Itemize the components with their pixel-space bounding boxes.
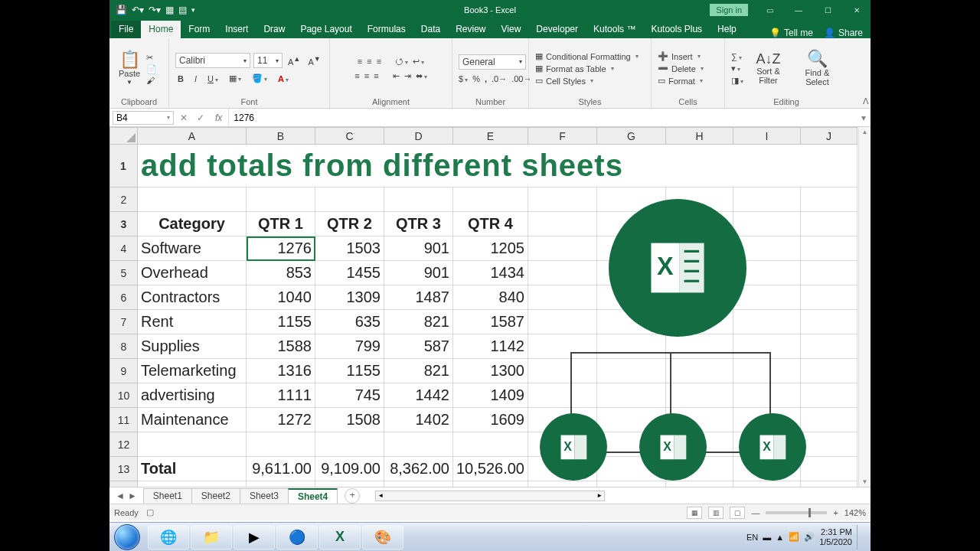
worksheet-grid[interactable]: ABCDEFGHIJ1add totals from different she… [109,127,871,487]
cell[interactable] [733,236,800,261]
italic-button[interactable]: I [192,73,199,84]
cell[interactable] [733,432,800,457]
expand-formula-bar-icon[interactable]: ▾ [857,112,871,123]
cell[interactable]: 821 [384,310,453,334]
cell[interactable]: 1434 [453,261,528,285]
cell[interactable] [528,236,596,261]
cell[interactable] [453,432,528,457]
column-header[interactable]: B [247,128,315,145]
cell[interactable]: 1508 [315,408,384,432]
insert-cells-button[interactable]: ➕Insert [658,51,701,61]
column-header[interactable]: D [384,128,453,145]
cell[interactable] [665,285,733,310]
cut-icon[interactable]: ✂ [146,53,157,63]
qat-more-icon[interactable]: ▾ [191,6,195,14]
format-as-table-button[interactable]: ▦Format as Table [535,64,614,73]
cell[interactable]: add totals from different sheets [138,145,858,187]
sheet-tab-sheet3[interactable]: Sheet3 [240,488,289,504]
cell[interactable] [596,383,665,408]
cell[interactable]: Category [138,212,247,236]
cell[interactable] [528,457,596,481]
cell[interactable] [800,408,857,432]
cell[interactable]: 9,611.00 [247,457,315,481]
taskbar-chrome-icon[interactable]: 🔵 [276,525,318,549]
cell[interactable] [315,432,384,457]
taskbar-paint-icon[interactable]: 🎨 [362,525,403,549]
cell[interactable]: 587 [384,334,453,359]
cell[interactable] [733,310,800,334]
row-header[interactable]: 6 [110,285,138,310]
cell[interactable]: 1455 [315,261,384,285]
cell[interactable] [596,457,665,481]
cell[interactable] [453,481,528,487]
sheet-nav-prev-icon[interactable]: ◄ [116,491,125,501]
delete-cells-button[interactable]: ➖Delete [658,64,704,73]
view-pagebreak-icon[interactable]: ▢ [730,507,745,519]
cell[interactable] [733,212,800,236]
comma-icon[interactable]: , [485,74,487,83]
column-header[interactable]: F [528,128,596,145]
cell[interactable] [528,481,596,487]
cell[interactable]: 1276 [247,236,315,261]
cell[interactable]: 1111 [247,383,315,408]
format-painter-icon[interactable]: 🖌 [146,76,157,85]
formula-input[interactable]: 1276 [228,109,857,126]
autosum-icon[interactable]: ∑ [731,52,743,61]
cell[interactable] [800,334,857,359]
column-header[interactable]: H [665,128,733,145]
sheet-tab-sheet2[interactable]: Sheet2 [191,488,240,504]
horizontal-scrollbar[interactable]: ◄► [375,491,605,501]
cell[interactable] [733,334,800,359]
cell[interactable] [384,187,453,212]
font-color-button[interactable]: A [276,73,291,84]
orientation-icon[interactable]: ⭯ [395,57,408,66]
cell[interactable] [247,432,315,457]
minimize-button[interactable]: — [785,0,812,20]
cell[interactable]: 10,526.00 [453,457,528,481]
tab-draw[interactable]: Draw [256,21,292,38]
cell[interactable]: 1205 [453,236,528,261]
column-header[interactable]: E [453,128,528,145]
cell[interactable]: 840 [453,285,528,310]
indent-increase-icon[interactable]: ⇥ [404,71,411,81]
cell[interactable] [596,285,665,310]
cell[interactable] [138,187,247,212]
row-header[interactable]: 2 [110,187,138,212]
format-cells-button[interactable]: ▭Format [658,76,703,86]
add-sheet-button[interactable]: + [345,488,360,504]
cell[interactable]: 901 [384,236,453,261]
cell[interactable]: 1503 [315,236,384,261]
cell[interactable] [315,481,384,487]
cell[interactable] [453,187,528,212]
show-desktop-button[interactable] [857,525,864,549]
cell[interactable] [247,187,315,212]
cell[interactable]: 745 [315,383,384,408]
enter-formula-icon[interactable]: ✓ [192,112,209,123]
ribbon-options-icon[interactable]: ▭ [756,0,783,20]
paste-button[interactable]: 📋 Paste ▼ [116,50,143,87]
tab-review[interactable]: Review [448,21,493,38]
cell[interactable]: 1316 [247,359,315,383]
cell[interactable] [528,359,596,383]
shrink-font-icon[interactable]: A▼ [305,54,322,67]
currency-icon[interactable]: $ [459,74,468,83]
cell[interactable] [247,481,315,487]
cell[interactable] [733,261,800,285]
wrap-text-icon[interactable]: ↩ [413,57,424,67]
row-header[interactable]: 8 [110,334,138,359]
cell[interactable] [528,310,596,334]
cell[interactable] [596,481,665,487]
cell[interactable] [665,212,733,236]
cell[interactable]: Telemarketing [138,359,247,383]
save-icon[interactable]: 💾 [116,5,127,15]
cell[interactable] [665,383,733,408]
cell[interactable] [528,187,596,212]
cell[interactable]: 9,109.00 [315,457,384,481]
cell[interactable]: Total [138,457,247,481]
cell[interactable] [733,408,800,432]
taskbar-excel-icon[interactable]: X [319,525,361,549]
maximize-button[interactable]: ☐ [814,0,841,20]
fx-icon[interactable]: fx [209,112,228,123]
sign-in-button[interactable]: Sign in [710,4,748,16]
macro-record-icon[interactable]: ▢ [146,507,154,517]
